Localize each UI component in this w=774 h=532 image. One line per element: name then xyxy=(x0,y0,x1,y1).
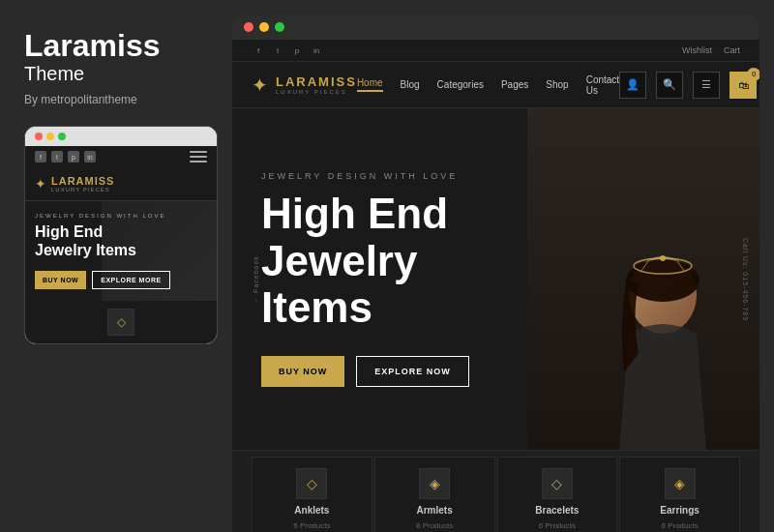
desktop-logo-name: LARAMISS xyxy=(276,74,357,89)
dot-green xyxy=(58,133,66,140)
mobile-logo-name: LARAMISS xyxy=(51,175,114,187)
armlets-icon: ◈ xyxy=(419,468,450,499)
brand-subtitle: Theme xyxy=(24,63,208,85)
desktop-hero-content: ← Facebook JEWELRY DESIGN WITH LOVE High… xyxy=(232,108,527,450)
menu-icon-button[interactable]: ☰ xyxy=(693,72,720,99)
search-icon-button[interactable]: 🔍 xyxy=(656,72,683,99)
mobile-buy-now-button[interactable]: BUY NOW xyxy=(35,271,86,289)
mobile-hero-subtitle: JEWELRY DESIGN WITH LOVE xyxy=(35,213,207,219)
desktop-social-icons: f t p in xyxy=(252,44,323,57)
desktop-pin-icon[interactable]: p xyxy=(290,44,304,57)
desktop-navbar: ✦ LARAMISS LUXURY PIECES Home Blog Categ… xyxy=(232,62,759,108)
armlets-count: 6 Products xyxy=(416,521,453,530)
mobile-category-preview: ◇ xyxy=(25,301,217,343)
mobile-hero-title: High EndJewelry Items xyxy=(35,223,207,259)
mobile-logo[interactable]: ✦ LARAMISS LUXURY PIECES xyxy=(35,175,114,192)
desktop-tw-icon[interactable]: t xyxy=(271,44,284,57)
desktop-content: f t p in Wishlist Cart ✦ LARAMISS LUXURY… xyxy=(232,40,759,532)
armlets-name: Armlets xyxy=(417,505,453,516)
mobile-buttons: BUY NOW EXPLORE MORE xyxy=(35,271,207,289)
bracelets-count: 6 Products xyxy=(539,521,576,530)
nav-blog[interactable]: Blog xyxy=(401,79,420,90)
anklets-count: 6 Products xyxy=(293,521,330,530)
right-panel: f t p in Wishlist Cart ✦ LARAMISS LUXURY… xyxy=(232,15,759,532)
desktop-dot-yellow xyxy=(259,22,269,32)
hamburger-line-3 xyxy=(190,161,207,163)
earrings-name: Earrings xyxy=(660,505,700,516)
earrings-icon: ◈ xyxy=(665,468,696,499)
desktop-topbar: f t p in Wishlist Cart xyxy=(232,40,759,62)
user-icon-button[interactable]: 👤 xyxy=(619,72,646,99)
dot-red xyxy=(35,133,43,140)
mobile-social-icons: f t p in xyxy=(35,151,96,163)
desktop-logo-text-block: LARAMISS LUXURY PIECES xyxy=(276,74,357,95)
mobile-nav: f t p in xyxy=(25,146,217,167)
logo-icon: ✦ xyxy=(35,176,46,192)
brand-by: By metropolitantheme xyxy=(24,93,208,106)
in-icon[interactable]: in xyxy=(84,151,96,163)
hamburger-menu[interactable] xyxy=(190,151,207,163)
svg-point-3 xyxy=(660,255,666,261)
desktop-browser-bar xyxy=(232,15,759,40)
mobile-preview: f t p in ✦ LARAMISS LUXURY PIECES xyxy=(24,126,218,344)
category-earrings[interactable]: ◈ Earrings 6 Products xyxy=(619,457,740,533)
desktop-dot-red xyxy=(244,22,253,32)
tw-icon[interactable]: t xyxy=(51,151,63,163)
desktop-hero-title: High EndJewelryItems xyxy=(261,191,498,331)
hero-woman-image xyxy=(527,108,759,450)
desktop-hero-label: JEWELRY DESIGN WITH LOVE xyxy=(261,171,498,181)
hero-side-text: Call Us: 015-456-789 xyxy=(741,237,748,320)
hamburger-line-2 xyxy=(190,156,207,158)
desktop-logo-icon: ✦ xyxy=(252,74,268,97)
nav-shop[interactable]: Shop xyxy=(546,79,568,90)
cart-badge: 0 xyxy=(747,68,759,81)
mobile-browser-bar xyxy=(25,127,217,146)
anklets-name: Anklets xyxy=(294,505,329,516)
desktop-hero-image: Call Us: 015-456-789 xyxy=(527,108,759,450)
brand-title: Laramiss xyxy=(24,29,208,63)
bracelets-name: Bracelets xyxy=(535,505,579,516)
mobile-hero: JEWELRY DESIGN WITH LOVE High EndJewelry… xyxy=(25,201,217,301)
fb-icon[interactable]: f xyxy=(35,151,46,163)
mobile-explore-button[interactable]: EXPLORE MORE xyxy=(92,271,169,289)
mobile-logo-text-block: LARAMISS LUXURY PIECES xyxy=(51,175,114,192)
hero-woman-svg xyxy=(527,227,759,450)
cart-icon-button[interactable]: 🛍 0 xyxy=(729,72,757,99)
anklets-icon: ◇ xyxy=(296,468,327,499)
category-armlets[interactable]: ◈ Armlets 6 Products xyxy=(374,457,495,533)
desktop-hero: ← Facebook JEWELRY DESIGN WITH LOVE High… xyxy=(232,108,759,450)
desktop-categories: ◇ Anklets 6 Products ◈ Armlets 6 Product… xyxy=(232,450,759,532)
desktop-buy-now-button[interactable]: BUY NOW xyxy=(261,356,344,387)
nav-contact[interactable]: Contact Us xyxy=(586,74,619,96)
desktop-nav-links: Home Blog Categories Pages Shop Contact … xyxy=(357,74,619,96)
desktop-fb-icon[interactable]: f xyxy=(252,44,265,57)
mobile-logo-bar: ✦ LARAMISS LUXURY PIECES xyxy=(25,167,217,201)
category-anklets[interactable]: ◇ Anklets 6 Products xyxy=(252,457,372,533)
hamburger-line-1 xyxy=(190,151,207,153)
cart-link[interactable]: Cart xyxy=(724,45,740,55)
desktop-topbar-right: Wishlist Cart xyxy=(682,45,740,55)
desktop-in-icon[interactable]: in xyxy=(310,44,323,57)
left-panel: Laramiss Theme By metropolitantheme f t … xyxy=(0,0,227,532)
desktop-dot-green xyxy=(275,22,284,32)
desktop-logo-sub: LUXURY PIECES xyxy=(276,89,357,95)
wishlist-link[interactable]: Wishlist xyxy=(682,45,712,55)
desktop-hero-buttons: BUY NOW EXPLORE NOW xyxy=(261,356,498,387)
svg-point-1 xyxy=(626,259,700,302)
desktop-logo[interactable]: ✦ LARAMISS LUXURY PIECES xyxy=(252,74,357,97)
nav-home[interactable]: Home xyxy=(357,77,383,92)
desktop-explore-button[interactable]: EXPLORE NOW xyxy=(356,356,469,387)
desktop-nav-icons: 👤 🔍 ☰ 🛍 0 xyxy=(619,72,757,99)
bracelets-icon: ◇ xyxy=(542,468,573,499)
facebook-sidebar: ← Facebook xyxy=(253,255,259,304)
nav-pages[interactable]: Pages xyxy=(501,79,528,90)
category-bracelets[interactable]: ◇ Bracelets 6 Products xyxy=(497,457,618,533)
dot-yellow xyxy=(46,133,54,140)
earrings-count: 6 Products xyxy=(662,521,699,530)
nav-categories[interactable]: Categories xyxy=(437,79,484,90)
pin-icon[interactable]: p xyxy=(68,151,79,163)
mobile-logo-sub: LUXURY PIECES xyxy=(51,187,114,192)
mobile-category-icon[interactable]: ◇ xyxy=(107,309,134,336)
